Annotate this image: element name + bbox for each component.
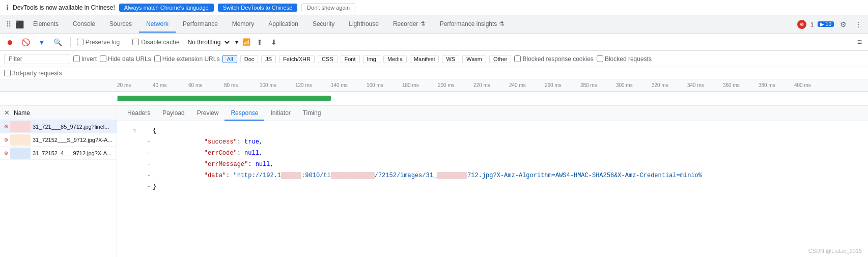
blocked-requests-checkbox[interactable]: Blocked requests xyxy=(597,55,652,63)
device-toggle-icon[interactable]: ⬛ xyxy=(13,18,26,31)
preserve-log-input[interactable] xyxy=(77,39,83,45)
disable-cache-checkbox[interactable]: Disable cache xyxy=(132,39,179,46)
filter-bar: Invert Hide data URLs Hide extension URL… xyxy=(0,51,868,67)
filter-type-img[interactable]: Img xyxy=(363,55,380,63)
blocked-cookies-checkbox[interactable]: Blocked response cookies xyxy=(514,55,593,63)
preserve-log-checkbox[interactable]: Preserve log xyxy=(77,39,120,46)
error-icon-1: ⊗ xyxy=(4,124,8,129)
mark-280ms: 280 ms xyxy=(580,82,616,88)
close-panel-icon[interactable]: ✕ xyxy=(4,109,10,117)
request-list: ⊗ 31_721___85_9712.jpg?linel... ⊗ 31_721… xyxy=(0,120,117,257)
clear-button[interactable]: 🚫 xyxy=(19,37,32,47)
response-tab-response[interactable]: Response xyxy=(225,106,264,121)
mark-40ms: 40 ms xyxy=(153,82,188,88)
mark-80ms: 80 ms xyxy=(224,82,260,88)
request-row-1[interactable]: ⊗ 31_721___85_9712.jpg?linel... xyxy=(0,120,117,133)
list-header-label: Name xyxy=(14,109,30,117)
upload-icon[interactable]: ⬆ xyxy=(255,37,265,47)
search-icon[interactable]: 🔍 xyxy=(51,37,64,47)
line-dash-3: - xyxy=(145,150,153,157)
hide-data-urls-label: Hide data URLs xyxy=(108,55,151,63)
response-tab-preview[interactable]: Preview xyxy=(191,106,225,121)
blocked-requests-input[interactable] xyxy=(597,55,603,62)
timeline-green-bar xyxy=(117,96,331,101)
filter-icon[interactable]: ▼ xyxy=(36,37,47,47)
hide-ext-urls-checkbox[interactable]: Hide extension URLs xyxy=(154,55,220,63)
error-icon-3: ⊗ xyxy=(4,150,8,156)
tab-security[interactable]: Security xyxy=(305,16,342,33)
mark-140ms: 140 ms xyxy=(331,82,367,88)
info-icon: ℹ xyxy=(6,4,9,12)
invert-checkbox[interactable]: Invert xyxy=(73,55,97,63)
response-tab-initiator[interactable]: Initiator xyxy=(264,106,296,121)
response-tab-payload[interactable]: Payload xyxy=(156,106,190,121)
hide-ext-urls-input[interactable] xyxy=(154,55,161,62)
switch-chinese-button[interactable]: Switch DevTools to Chinese xyxy=(218,4,297,12)
request-row-3[interactable]: ⊗ 31_72152_4___9712.jpg?X-A... xyxy=(0,147,117,160)
third-party-input[interactable] xyxy=(4,70,11,76)
filter-type-manifest[interactable]: Manifest xyxy=(410,55,439,63)
mark-340ms: 340 ms xyxy=(687,82,723,88)
more-options-icon[interactable]: ⋮ xyxy=(853,18,864,31)
tab-sources[interactable]: Sources xyxy=(102,16,139,33)
devtools-menu-icon[interactable]: ⠿ xyxy=(4,18,13,31)
record-button[interactable]: ⏺ xyxy=(4,37,15,47)
error-count-badge: ⊗ xyxy=(797,20,806,29)
tab-elements[interactable]: Elements xyxy=(26,16,66,33)
right-panel: Headers Payload Preview Response Initiat… xyxy=(117,106,868,257)
mark-240ms: 240 ms xyxy=(509,82,545,88)
notification-bar: ℹ DevTools is now available in Chinese! … xyxy=(0,0,868,15)
invert-label: Invert xyxy=(81,55,97,63)
blocked-cookies-input[interactable] xyxy=(514,55,521,62)
match-language-button[interactable]: Always match Chrome's language xyxy=(119,4,214,12)
response-tab-timing[interactable]: Timing xyxy=(297,106,327,121)
tab-performance[interactable]: Performance xyxy=(176,16,225,33)
mark-60ms: 60 ms xyxy=(188,82,224,88)
mark-360ms: 360 ms xyxy=(723,82,759,88)
third-party-checkbox[interactable]: 3rd-party requests xyxy=(4,70,62,77)
filter-type-wasm[interactable]: Wasm xyxy=(462,55,486,63)
filter-type-doc[interactable]: Doc xyxy=(240,55,259,63)
mark-400ms: 400 ms xyxy=(794,82,830,88)
filter-type-other[interactable]: Other xyxy=(489,55,512,63)
hide-data-urls-checkbox[interactable]: Hide data URLs xyxy=(100,55,151,63)
tab-recorder[interactable]: Recorder ⚗ xyxy=(386,16,433,33)
more-network-icon[interactable]: ≡ xyxy=(855,37,864,48)
download-icon[interactable]: ⬇ xyxy=(269,37,279,47)
hide-data-urls-input[interactable] xyxy=(100,55,106,62)
request-row-2[interactable]: ⊗ 31_72152___S_9712.jpg?X-A... xyxy=(0,133,117,147)
tab-console[interactable]: Console xyxy=(66,16,102,33)
invert-input[interactable] xyxy=(73,55,80,62)
filter-type-all[interactable]: All xyxy=(222,55,237,63)
code-line-6: - } xyxy=(117,181,868,192)
response-tab-headers[interactable]: Headers xyxy=(121,106,156,121)
tab-lighthouse[interactable]: Lighthouse xyxy=(342,16,386,33)
filter-type-ws[interactable]: WS xyxy=(442,55,459,63)
tab-network[interactable]: Network xyxy=(139,16,176,33)
tab-memory[interactable]: Memory xyxy=(225,16,261,33)
settings-icon[interactable]: ⚙ xyxy=(838,18,849,31)
filter-type-js[interactable]: JS xyxy=(261,55,276,63)
filter-type-font[interactable]: Font xyxy=(341,55,360,63)
tab-bar: ⠿ ⬛ Elements Console Sources Network Per… xyxy=(0,15,868,34)
third-party-label: 3rd-party requests xyxy=(12,70,62,77)
dont-show-again-button[interactable]: Don't show again xyxy=(301,3,355,12)
filter-type-media[interactable]: Media xyxy=(383,55,407,63)
mark-300ms: 300 ms xyxy=(616,82,652,88)
line-dash-2: - xyxy=(145,138,153,146)
info-count-badge: ▶ 10 xyxy=(818,21,834,27)
disable-cache-input[interactable] xyxy=(132,39,139,45)
request-area: ✕ Name ⊗ 31_721___85_9712.jpg?linel... ⊗… xyxy=(0,106,868,257)
line-dash-4: - xyxy=(145,161,153,168)
tab-perf-insights[interactable]: Performance insights ⚗ xyxy=(433,16,512,33)
filter-type-css[interactable]: CSS xyxy=(318,55,338,63)
error-icon-2: ⊗ xyxy=(4,137,8,142)
tab-application[interactable]: Application xyxy=(261,16,305,33)
filter-type-fetchxhr[interactable]: Fetch/XHR xyxy=(279,55,315,63)
throttle-select[interactable]: No throttling Fast 3G Slow 3G xyxy=(184,37,231,47)
hide-ext-urls-label: Hide extension URLs xyxy=(162,55,220,63)
filter-input[interactable] xyxy=(4,54,70,64)
notif-text: DevTools is now available in Chinese! xyxy=(13,4,115,11)
blocked-requests-label: Blocked requests xyxy=(605,55,652,63)
mark-260ms: 260 ms xyxy=(545,82,580,88)
